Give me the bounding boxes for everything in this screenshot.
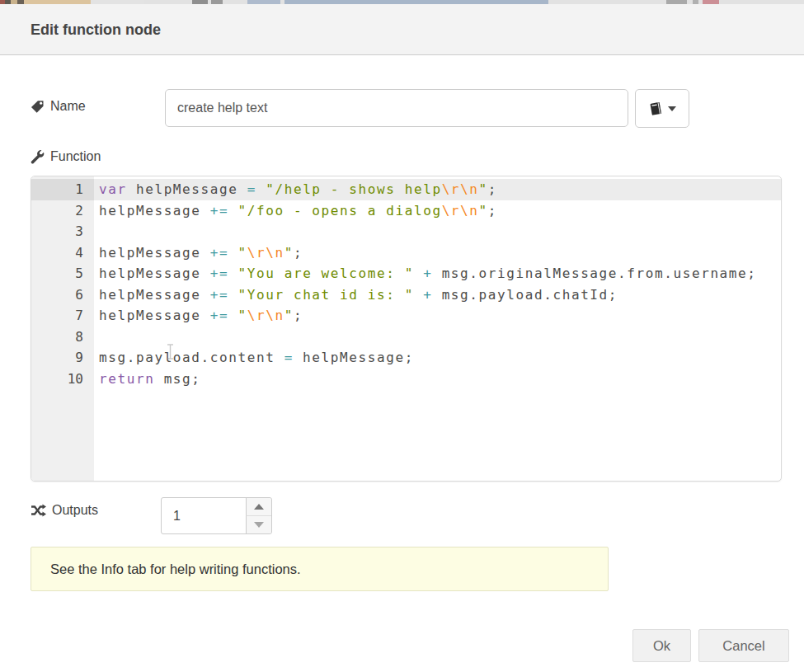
gutter-line-number: 6 <box>31 284 94 306</box>
code-token: + <box>423 266 432 281</box>
code-token: \r\n <box>442 181 479 197</box>
dialog-title: Edit function node <box>31 21 161 39</box>
function-label-text: Function <box>50 149 101 164</box>
code-token <box>256 181 266 197</box>
code-line-10[interactable]: return msg; <box>94 369 781 390</box>
code-token <box>414 287 423 303</box>
code-line-9[interactable]: msg.payload.content = helpMessage; <box>94 347 781 369</box>
outputs-label: Outputs <box>31 503 98 518</box>
code-token: helpMessage <box>99 287 210 303</box>
code-token: " <box>479 181 488 197</box>
code-line-8[interactable] <box>94 327 781 348</box>
gutter-line-number: 10 <box>31 369 94 390</box>
code-line-2[interactable]: helpMessage += "/foo - opens a dialog\r\… <box>94 200 781 222</box>
code-token: + <box>423 287 432 303</box>
code-token: msg.originalMessage.from.username; <box>432 266 756 281</box>
code-token: " <box>284 245 294 261</box>
ok-button[interactable]: Ok <box>632 629 691 662</box>
code-token: += <box>210 266 228 281</box>
outputs-input[interactable] <box>162 498 247 533</box>
code-token: return <box>99 371 154 387</box>
code-token: ; <box>294 245 303 261</box>
gutter-line-number: 8 <box>31 327 94 348</box>
code-token: helpMessage <box>99 308 210 323</box>
code-token <box>228 287 237 303</box>
caret-down-icon <box>668 106 676 111</box>
function-label: Function <box>31 149 101 164</box>
code-token: helpMessage; <box>294 350 414 365</box>
name-label: Name <box>31 99 86 114</box>
code-token: += <box>210 245 228 261</box>
gutter-line-number: 1 <box>31 179 94 200</box>
gutter-line-number: 7 <box>31 305 94 327</box>
code-token: \r\n <box>442 203 479 219</box>
code-token: " <box>284 308 294 323</box>
code-token: msg.payload.content <box>99 350 284 365</box>
outputs-label-text: Outputs <box>52 503 98 518</box>
cancel-button[interactable]: Cancel <box>698 629 789 662</box>
code-token: helpMessage <box>99 203 210 219</box>
wrench-icon <box>31 150 45 164</box>
code-lines: var helpMessage = "/help - shows help\r\… <box>94 176 781 389</box>
form-tip-text: See the Info tab for help writing functi… <box>50 562 301 577</box>
dialog-header: Edit function node <box>0 4 804 55</box>
book-icon <box>648 101 663 116</box>
code-token <box>414 266 423 281</box>
code-token: var <box>99 181 136 197</box>
code-token: += <box>210 287 228 303</box>
outputs-spinner <box>161 497 272 534</box>
code-token: "You are welcome: " <box>238 266 414 281</box>
code-token: "/foo - opens a dialog <box>238 203 442 219</box>
code-token: = <box>247 181 256 197</box>
code-token: msg; <box>154 371 200 387</box>
function-code-editor[interactable]: 12345678910 var helpMessage = "/help - s… <box>31 176 782 482</box>
code-token <box>228 203 237 219</box>
triangle-up-icon <box>254 504 264 510</box>
gutter-line-number: 9 <box>31 347 94 369</box>
code-line-7[interactable]: helpMessage += "\r\n"; <box>94 305 781 327</box>
code-token: helpMessage <box>99 266 210 281</box>
code-token: ; <box>488 181 497 197</box>
code-token: += <box>210 308 228 323</box>
code-line-4[interactable]: helpMessage += "\r\n"; <box>94 242 781 264</box>
code-token: " <box>479 203 488 219</box>
code-token <box>228 266 237 281</box>
code-token: \r\n <box>247 308 284 323</box>
code-line-1[interactable]: var helpMessage = "/help - shows help\r\… <box>94 179 781 200</box>
screen: Edit function node Name <box>0 0 804 672</box>
code-token: helpMessage <box>99 245 210 261</box>
code-token: += <box>210 203 228 219</box>
code-token <box>228 308 237 323</box>
triangle-down-icon <box>254 522 264 528</box>
code-token: helpMessage <box>136 181 247 197</box>
code-token: " <box>238 308 247 323</box>
code-token: "/help - shows help <box>266 181 441 197</box>
code-token: \r\n <box>247 245 284 261</box>
name-label-text: Name <box>50 99 86 114</box>
editor-gutter: 12345678910 <box>31 176 94 481</box>
code-line-6[interactable]: helpMessage += "Your chat id is: " + msg… <box>94 284 781 306</box>
code-token: ; <box>294 308 303 323</box>
shuffle-icon <box>31 504 46 517</box>
code-line-3[interactable] <box>94 221 781 242</box>
gutter-line-number: 4 <box>31 242 94 264</box>
code-line-5[interactable]: helpMessage += "You are welcome: " + msg… <box>94 263 781 284</box>
tag-icon <box>31 100 45 114</box>
edit-function-node-dialog: Edit function node Name <box>0 4 804 672</box>
code-token <box>228 245 237 261</box>
name-input[interactable] <box>165 89 628 127</box>
gutter-line-number: 3 <box>31 221 94 242</box>
gutter-line-number: 5 <box>31 263 94 284</box>
code-token: " <box>238 245 247 261</box>
code-token: = <box>284 350 294 365</box>
spinner-down-button[interactable] <box>246 516 271 534</box>
code-token: ; <box>488 203 497 219</box>
gutter-line-number: 2 <box>31 200 94 222</box>
form-tip: See the Info tab for help writing functi… <box>31 547 609 591</box>
spinner-up-button[interactable] <box>246 498 271 516</box>
code-token: "Your chat id is: " <box>238 287 414 303</box>
library-button[interactable] <box>635 89 689 128</box>
code-token: msg.payload.chatId; <box>432 287 618 303</box>
